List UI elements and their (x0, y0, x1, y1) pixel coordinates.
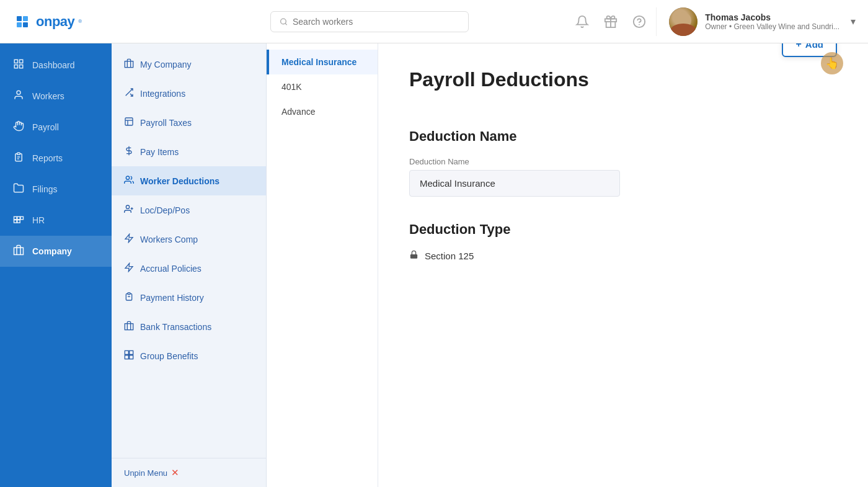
sec-sidebar-label-payment-history: Payment History (140, 293, 204, 303)
sidebar-label-filings: Filings (32, 184, 57, 194)
sec-sidebar-accrual-policies[interactable]: Accrual Policies (112, 254, 266, 283)
logo-icon (12, 12, 32, 32)
user-info: Thomas Jacobs Owner • Green Valley Wine … (705, 12, 839, 31)
svg-rect-39 (130, 355, 133, 359)
bell-icon (575, 15, 589, 29)
accrual-icon (124, 262, 134, 274)
question-icon (632, 15, 646, 29)
deduction-type-section: Deduction Type Section 125 (409, 221, 837, 262)
unpin-menu[interactable]: Unpin Menu ✕ (112, 458, 266, 487)
main-content: Payroll Deductions + Add 👆 Deduction Nam… (378, 43, 868, 487)
sec-sidebar-loc-dep-pos[interactable]: Loc/Dep/Pos (112, 195, 266, 225)
page-title: Payroll Deductions (409, 68, 589, 91)
folder-icon (12, 182, 25, 196)
svg-rect-16 (20, 217, 24, 220)
main-layout: Dashboard Workers Payroll (0, 43, 868, 487)
sec-sidebar-label-worker-deductions: Worker Deductions (140, 176, 219, 186)
deduction-name-field-label: Deduction Name (409, 157, 837, 166)
svg-rect-14 (14, 217, 17, 220)
svg-rect-19 (14, 248, 24, 254)
svg-rect-8 (14, 65, 17, 68)
deductions-nav: Medical Insurance 401K Advance (267, 43, 378, 487)
sec-sidebar-label-my-company: My Company (140, 60, 191, 69)
sidebar-label-company: Company (32, 246, 72, 256)
sec-sidebar-my-company[interactable]: My Company (112, 50, 266, 79)
sec-sidebar-workers-comp[interactable]: Workers Comp (112, 225, 266, 254)
sec-sidebar-payment-history[interactable]: Payment History (112, 283, 266, 312)
sidebar-item-filings[interactable]: Filings (0, 174, 112, 205)
notifications-button[interactable] (575, 15, 589, 29)
svg-rect-17 (14, 220, 17, 223)
bank-icon (124, 321, 134, 333)
search-icon (280, 17, 288, 26)
svg-rect-7 (20, 60, 23, 63)
unpin-label: Unpin Menu (124, 468, 167, 478)
sec-sidebar-label-pay-items: Pay Items (140, 147, 179, 157)
svg-rect-40 (410, 254, 417, 259)
sidebar-item-company[interactable]: Company (0, 236, 112, 267)
sec-sidebar-pay-items[interactable]: Pay Items (112, 137, 266, 166)
user-section[interactable]: Thomas Jacobs Owner • Green Valley Wine … (656, 7, 856, 36)
unpin-icon: ✕ (171, 467, 179, 478)
building-icon (12, 244, 25, 258)
user-role: Owner • Green Valley Wine and Sundri... (705, 22, 839, 31)
lock-icon (409, 250, 418, 262)
benefits-icon (124, 350, 134, 362)
help-button[interactable] (632, 15, 646, 29)
deduction-nav-label-medical: Medical Insurance (281, 57, 356, 67)
sidebar-primary: Dashboard Workers Payroll (0, 43, 112, 487)
header-icons (575, 15, 646, 29)
sidebar-item-hr[interactable]: HR (0, 205, 112, 236)
deduction-nav-advance[interactable]: Advance (267, 99, 378, 124)
svg-rect-20 (125, 61, 133, 68)
sidebar-secondary: My Company Integrations Payroll Taxes (112, 43, 267, 487)
sidebar-label-payroll: Payroll (32, 122, 59, 132)
deduction-name-value: Medical Insurance (409, 170, 620, 197)
add-button[interactable]: + Add (782, 43, 837, 57)
content-area: Medical Insurance 401K Advance Payroll D… (267, 43, 868, 487)
sidebar-item-payroll[interactable]: Payroll (0, 112, 112, 143)
comp-icon (124, 233, 134, 245)
sec-sidebar-label-payroll-taxes: Payroll Taxes (140, 118, 192, 128)
svg-rect-15 (17, 217, 20, 220)
hand-icon (12, 120, 25, 134)
deduction-nav-label-401k: 401K (281, 82, 302, 92)
sec-sidebar-bank-transactions[interactable]: Bank Transactions (112, 312, 266, 341)
svg-marker-31 (125, 234, 133, 242)
sidebar-item-dashboard[interactable]: Dashboard (0, 50, 112, 81)
logo-text: onpay (36, 14, 74, 30)
svg-rect-37 (130, 351, 133, 354)
sec-sidebar-label-accrual-policies: Accrual Policies (140, 264, 202, 274)
hr-icon (12, 213, 25, 227)
sec-sidebar-worker-deductions[interactable]: Worker Deductions (112, 166, 266, 195)
sec-sidebar-label-bank-transactions: Bank Transactions (140, 322, 211, 332)
sidebar-label-dashboard: Dashboard (32, 60, 75, 70)
sec-sidebar-integrations[interactable]: Integrations (112, 79, 266, 108)
sec-sidebar-group-benefits[interactable]: Group Benefits (112, 341, 266, 370)
deduction-name-heading: Deduction Name (409, 128, 837, 145)
svg-line-1 (285, 23, 286, 24)
sec-sidebar-payroll-taxes[interactable]: Payroll Taxes (112, 108, 266, 137)
search-box[interactable] (270, 11, 469, 32)
gifts-button[interactable] (604, 15, 618, 29)
deduction-name-section: Deduction Name Deduction Name Medical In… (409, 128, 837, 197)
user-name: Thomas Jacobs (705, 12, 839, 22)
svg-rect-9 (20, 65, 23, 68)
deduction-nav-401k[interactable]: 401K (267, 74, 378, 99)
svg-rect-23 (125, 118, 133, 125)
search-input[interactable] (293, 17, 459, 27)
sec-sidebar-label-integrations: Integrations (140, 89, 185, 99)
person-icon (12, 89, 25, 103)
svg-rect-35 (125, 324, 133, 330)
svg-rect-6 (14, 60, 17, 63)
sidebar-item-reports[interactable]: Reports (0, 143, 112, 174)
logo[interactable]: onpay® (12, 12, 99, 32)
sidebar-item-workers[interactable]: Workers (0, 81, 112, 112)
gift-icon (604, 15, 618, 29)
svg-rect-36 (125, 351, 128, 354)
location-icon (124, 204, 134, 216)
deduction-type-heading: Deduction Type (409, 221, 837, 238)
chevron-down-icon: ▾ (851, 16, 856, 27)
svg-rect-38 (125, 355, 128, 359)
deduction-nav-medical-insurance[interactable]: Medical Insurance (267, 50, 378, 74)
